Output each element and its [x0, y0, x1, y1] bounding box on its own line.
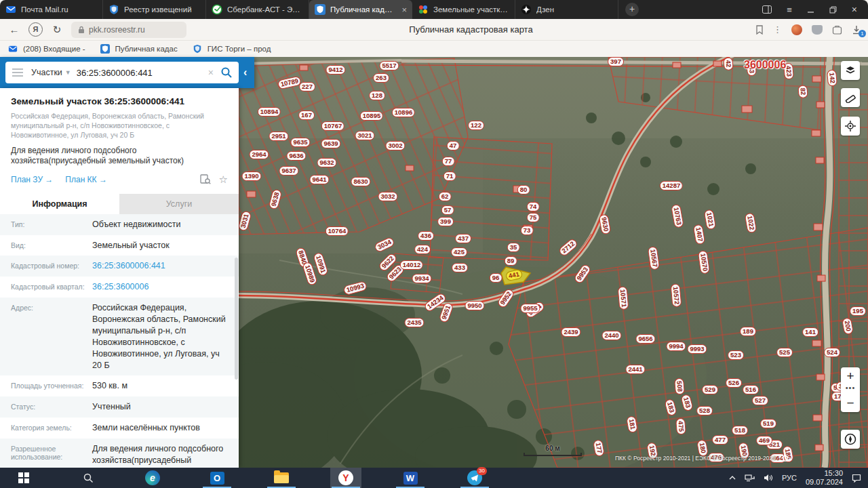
parcel-label[interactable]: 263 — [373, 73, 389, 83]
back-button[interactable]: ← — [7, 24, 22, 35]
parcel-label[interactable]: 181 — [626, 415, 638, 433]
minimize-button[interactable] — [807, 6, 814, 14]
volume-icon[interactable] — [764, 474, 773, 482]
parcel-label[interactable]: 2440 — [601, 331, 621, 340]
start-button[interactable] — [8, 468, 39, 488]
parcel-label[interactable]: 183 — [680, 394, 694, 412]
parcel-label[interactable]: 2951 — [269, 131, 288, 141]
parcel-label[interactable]: 9635 — [290, 138, 310, 147]
tray-expand-icon[interactable] — [729, 476, 736, 480]
parcel-label[interactable]: 508 — [674, 378, 685, 395]
map-canvas[interactable]: 9412551722710789263128167108941089510896… — [239, 57, 868, 468]
parcel-label[interactable]: 397 — [608, 57, 624, 66]
parcel-label[interactable]: 1407 — [693, 224, 706, 245]
parcel-label[interactable]: 71 — [443, 171, 456, 181]
clock[interactable]: 15:30 09.07.2024 — [806, 469, 843, 487]
taskbar-telegram[interactable]: 30 — [459, 468, 490, 488]
parcel-label[interactable]: 9639 — [321, 139, 340, 148]
parcel-label[interactable]: 89 — [505, 256, 517, 266]
parcel-label[interactable]: 10763 — [671, 204, 684, 228]
search-input[interactable] — [77, 68, 203, 78]
locate-button[interactable] — [841, 117, 860, 136]
parcel-label[interactable]: 9951 — [438, 302, 454, 323]
more-menu-icon[interactable]: ⋮ — [773, 24, 782, 35]
parcel-label[interactable]: 3021 — [355, 131, 374, 140]
parcel-label[interactable]: 469 — [756, 436, 772, 445]
parcel-label[interactable]: 10896 — [392, 108, 415, 117]
parcel-label[interactable]: 9641 — [309, 175, 329, 184]
parcel-label[interactable]: 82 — [797, 85, 808, 98]
browser-tab-5[interactable]: Земельные участки в Нов — [412, 0, 515, 19]
parcel-label[interactable]: 2435 — [404, 318, 424, 327]
parcel-label[interactable]: 9955 — [520, 304, 540, 313]
parcel-label[interactable]: 10764 — [326, 226, 349, 236]
parcel-label[interactable]: 9953 — [573, 263, 592, 285]
browser-tab-3[interactable]: Сбербанк-АСТ - Электро — [206, 0, 309, 19]
parcel-label[interactable]: 10572 — [671, 283, 682, 308]
parcel-label[interactable]: 10789 — [277, 76, 302, 90]
parcel-label[interactable]: 10567 — [648, 246, 660, 270]
parcel-label[interactable]: 519 — [760, 419, 776, 428]
parcel-label[interactable]: 3034 — [374, 236, 395, 253]
browser-menu-icon[interactable]: ≡ — [787, 5, 792, 15]
bookmark-flag-icon[interactable] — [755, 25, 764, 35]
tab-services[interactable]: Услуги — [119, 194, 239, 214]
parcel-label[interactable]: 10993 — [343, 281, 368, 296]
bookmark-item-2[interactable]: Публичная кадас — [100, 44, 178, 54]
parcel-label[interactable]: 529 — [702, 385, 718, 394]
parcel-label[interactable]: 9638 — [268, 188, 282, 210]
parcel-label[interactable]: 10570 — [698, 250, 711, 274]
extension-box-icon[interactable] — [832, 25, 842, 35]
parcel-label[interactable]: 10895 — [360, 111, 383, 121]
parcel-label[interactable]: 75 — [527, 213, 540, 222]
parcel-label[interactable]: 2441 — [625, 365, 645, 374]
parcel-label[interactable]: 3031 — [239, 210, 252, 232]
parcel-label[interactable]: 73 — [521, 226, 534, 235]
bookmark-item-3[interactable]: ГИС Торги – прод — [193, 44, 271, 54]
parcel-label[interactable]: 436 — [418, 231, 434, 241]
reload-button[interactable]: ↻ — [50, 24, 64, 36]
parcel-label[interactable]: 141 — [802, 327, 818, 337]
language-indicator[interactable]: РУС — [782, 474, 797, 482]
quarter-number-label[interactable]: 3600006 — [744, 59, 786, 71]
parcel-label[interactable]: 9994 — [666, 342, 686, 351]
parcel-label[interactable]: 1390 — [241, 171, 261, 181]
parcel-label[interactable]: 9934 — [412, 274, 431, 283]
preview-icon[interactable] — [200, 174, 211, 184]
parcel-label[interactable]: 227 — [299, 82, 315, 92]
parcel-label[interactable]: 47 — [447, 141, 460, 150]
parcel-label[interactable]: 2964 — [249, 150, 269, 159]
new-tab-button[interactable]: + — [625, 3, 639, 16]
search-button[interactable] — [219, 66, 239, 79]
parcel-label[interactable]: 128 — [369, 91, 385, 100]
taskbar-search-button[interactable] — [73, 468, 104, 488]
parcel-label[interactable]: 80 — [517, 185, 530, 195]
parcel-label[interactable]: 5517 — [379, 61, 399, 70]
selected-parcel-label[interactable]: 441 — [505, 269, 523, 282]
parcel-label[interactable]: 9950 — [465, 301, 484, 310]
close-window-button[interactable]: × — [852, 4, 857, 15]
parcel-label[interactable]: 3032 — [378, 192, 397, 201]
parcel-label[interactable]: 526 — [726, 378, 742, 388]
parcel-label[interactable]: 9412 — [326, 65, 345, 75]
panel-scrollbar[interactable] — [235, 258, 238, 380]
parcel-label[interactable]: 10991 — [313, 251, 329, 277]
parcel-label[interactable]: 77 — [442, 157, 455, 166]
parcel-label[interactable]: 195 — [850, 306, 866, 316]
info-row-value[interactable]: 36:25:3600006:441 — [92, 260, 239, 272]
browser-tab-6[interactable]: Дзен — [515, 0, 618, 19]
parcel-label[interactable]: 437 — [455, 234, 471, 243]
download-icon[interactable]: 1 — [852, 25, 861, 35]
browser-tab-2[interactable]: Реестр извещений — [103, 0, 206, 19]
parcel-label[interactable]: 525 — [776, 348, 793, 357]
search-category-select[interactable]: Участки — [30, 68, 65, 77]
parcel-label[interactable]: 9952 — [496, 287, 515, 309]
parcel-label[interactable]: 9656 — [635, 334, 655, 344]
network-icon[interactable] — [745, 474, 755, 482]
parcel-label[interactable]: 528 — [696, 406, 713, 415]
parcel-label[interactable]: 74 — [527, 202, 540, 211]
parcel-label[interactable]: 183 — [664, 399, 677, 417]
parcel-label[interactable]: 200 — [842, 317, 854, 335]
zoom-out-button[interactable]: − — [841, 394, 860, 412]
parcel-label[interactable]: 1021 — [704, 209, 717, 230]
